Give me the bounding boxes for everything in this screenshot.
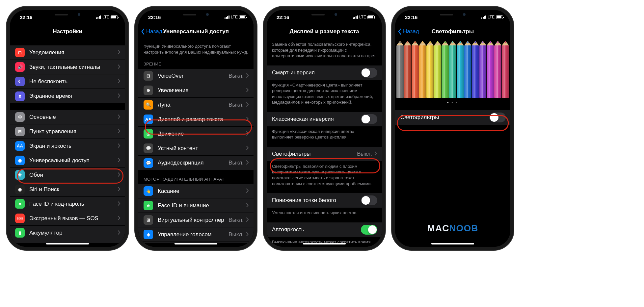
row-color-filters-toggle[interactable]: Светофильтры — [395, 110, 510, 125]
row-auto-brightness[interactable]: Автояркость — [267, 222, 382, 237]
settings-row[interactable]: ◎Движение — [138, 127, 254, 141]
pencil — [464, 45, 471, 98]
settings-row[interactable]: ⊟Пункт управления — [10, 124, 125, 139]
settings-row[interactable]: ❀Обои — [10, 168, 125, 182]
chevron-right-icon — [118, 143, 121, 149]
display-settings-list[interactable]: Замена объектов пользовательского интерф… — [267, 39, 382, 243]
row-label: Универсальный доступ — [29, 157, 115, 164]
cellular-signal-icon — [96, 15, 101, 19]
row-label: Дисплей и размер текста — [158, 116, 244, 123]
row-color-filters[interactable]: Светофильтры Выкл. — [267, 147, 382, 161]
footer-text: Функция «Классическая инверсия цвета» вы… — [267, 126, 382, 140]
settings-row[interactable]: ◉Универсальный доступ — [10, 153, 125, 168]
settings-row[interactable]: ☻Face ID и внимание — [138, 198, 254, 213]
cellular-signal-icon — [225, 15, 229, 19]
row-icon: 🔊 — [15, 62, 25, 72]
row-value: Выкл. — [228, 73, 244, 79]
settings-row[interactable]: SOSЭкстренный вызов — SOS — [10, 211, 125, 226]
battery-icon — [239, 15, 246, 19]
phone-color-filters: 22:16 LTE Назад Светофильтры ● ● ● Свето… — [395, 10, 510, 247]
chevron-right-icon — [118, 129, 121, 135]
chevron-right-icon — [118, 230, 121, 236]
settings-row[interactable]: ⊞Виртуальный контроллерВыкл. — [138, 213, 254, 227]
chevron-right-icon — [118, 93, 121, 99]
settings-row[interactable]: 🔍ЛупаВыкл. — [138, 98, 254, 112]
row-label: Экстренный вызов — SOS — [29, 215, 115, 222]
settings-row[interactable]: ⊡VoiceOverВыкл. — [138, 69, 254, 83]
status-time: 22:16 — [277, 14, 289, 20]
settings-list[interactable]: ◻︎Уведомления🔊Звуки, тактильные сигналы☾… — [10, 39, 125, 243]
cellular-signal-icon — [353, 15, 358, 19]
row-icon: ☻ — [144, 201, 153, 210]
footer-text: Замена объектов пользовательского интерф… — [267, 39, 382, 59]
row-label: Увеличение — [158, 87, 244, 94]
settings-row[interactable]: ◉Siri и Поиск — [10, 182, 125, 197]
accessibility-list[interactable]: Функции Универсального доступа помогают … — [138, 39, 254, 243]
pencil — [396, 45, 404, 98]
pencil — [472, 45, 479, 98]
back-button[interactable]: Назад — [398, 24, 419, 39]
toggle-smart-invert[interactable] — [361, 68, 377, 78]
nav-bar: Дисплей и размер текста — [267, 24, 382, 39]
row-label: Управление голосом — [158, 231, 226, 238]
settings-row[interactable]: ⊕Увеличение — [138, 83, 254, 98]
home-indicator[interactable] — [174, 243, 217, 244]
toggle-color-filters[interactable] — [489, 113, 506, 122]
settings-row[interactable]: 💬АудиодескрипцияВыкл. — [138, 156, 254, 170]
home-indicator[interactable] — [46, 243, 89, 244]
toggle-white-point[interactable] — [361, 195, 377, 205]
settings-row[interactable]: 👆Касание — [138, 184, 254, 198]
chevron-right-icon — [246, 73, 249, 79]
chevron-right-icon — [246, 145, 249, 151]
toggle-classic-invert[interactable] — [361, 114, 377, 124]
settings-row[interactable]: ☾Не беспокоить — [10, 74, 125, 89]
chevron-right-icon — [118, 50, 121, 56]
row-label: VoiceOver — [158, 73, 226, 79]
network-label: LTE — [488, 15, 495, 19]
row-smart-invert[interactable]: Смарт-инверсия — [267, 65, 382, 80]
back-button[interactable]: Назад — [141, 24, 162, 39]
row-label: Siri и Поиск — [29, 186, 115, 193]
chevron-right-icon — [246, 160, 249, 166]
settings-row[interactable]: ⚙Основные — [10, 110, 125, 124]
home-indicator[interactable] — [303, 243, 346, 244]
row-icon: ⚙ — [15, 112, 25, 122]
row-label: Устный контент — [158, 145, 244, 152]
settings-row[interactable]: ◈Управление голосомВыкл. — [138, 227, 254, 242]
pencils-preview[interactable] — [395, 39, 510, 98]
row-label: Не беспокоить — [29, 78, 115, 85]
settings-row[interactable]: ✋Конфиденциальность — [10, 240, 125, 243]
settings-row[interactable]: ☻Face ID и код-пароль — [10, 197, 125, 211]
chevron-right-icon — [118, 172, 121, 178]
page-dots[interactable]: ● ● ● — [395, 101, 510, 104]
settings-row[interactable]: AAЭкран и яркость — [10, 139, 125, 153]
settings-row[interactable]: 🔊Звуки, тактильные сигналы — [10, 60, 125, 74]
row-icon: ☻ — [15, 199, 25, 209]
row-value: Выкл. — [228, 102, 244, 108]
settings-row[interactable]: AAДисплей и размер текста — [138, 112, 254, 127]
chevron-right-icon — [246, 203, 249, 209]
row-icon: ⊟ — [15, 127, 25, 136]
settings-row[interactable]: 💬Устный контент — [138, 141, 254, 156]
footer-text: Выключение автояркости может сократить в… — [267, 237, 382, 243]
row-icon: ⊞ — [144, 215, 153, 225]
row-label: Лупа — [158, 102, 226, 108]
pencil — [412, 45, 419, 98]
section-header-motor: МОТОРНО-ДВИГАТЕЛЬНЫЙ АППАРАТ — [138, 177, 254, 184]
chevron-right-icon — [246, 102, 249, 108]
row-classic-invert[interactable]: Классическая инверсия — [267, 112, 382, 126]
row-value: Выкл. — [228, 217, 244, 223]
settings-row[interactable]: ▮Аккумулятор — [10, 226, 125, 240]
row-icon: ⧗ — [15, 91, 25, 101]
toggle-auto-brightness[interactable] — [361, 225, 377, 235]
home-indicator[interactable] — [431, 243, 474, 244]
nav-bar: Настройки — [10, 24, 125, 39]
settings-row[interactable]: ◻︎Уведомления — [10, 45, 125, 60]
row-label: Face ID и внимание — [158, 202, 244, 209]
row-icon: ❀ — [15, 170, 25, 180]
row-reduce-white-point[interactable]: Понижение точки белого — [267, 193, 382, 208]
chevron-right-icon — [246, 131, 249, 137]
row-icon: ☾ — [15, 77, 25, 86]
settings-row[interactable]: ⧗Экранное время — [10, 89, 125, 103]
color-filters-content[interactable]: ● ● ● Светофильтры — [395, 39, 510, 243]
